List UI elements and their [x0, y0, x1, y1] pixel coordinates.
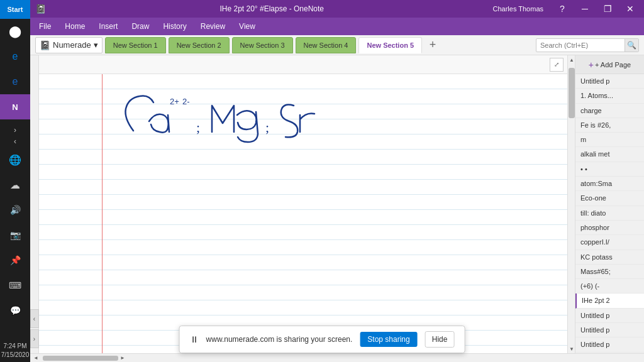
notebook-bar: 📓 Numerade ▾ New Section 1 New Section 2… [30, 35, 644, 55]
page-item-2[interactable]: charge [575, 104, 644, 118]
search-button[interactable]: 🔍 [625, 38, 638, 52]
expand-right-button[interactable]: › [30, 329, 39, 348]
menu-history[interactable]: History [157, 19, 192, 33]
tab-section-1[interactable]: New Section 1 [105, 37, 166, 53]
expand-canvas-button[interactable]: ⤢ [550, 58, 564, 72]
window-title: IHe 2pt 20° #Elapse - OneNote [51, 4, 493, 13]
margin-line [102, 74, 103, 353]
page-item-14[interactable]: (+6) (- [575, 279, 644, 293]
help-button[interactable]: ? [553, 0, 571, 18]
page-item-15[interactable]: IHe 2pt 2 [575, 293, 644, 308]
svg-text:2+: 2+ [170, 97, 179, 106]
page-item-16[interactable]: Untitled p [575, 309, 644, 323]
left-panel-collapse: ‹ › [30, 55, 39, 353]
scroll-up-arrow[interactable]: ▲ [568, 55, 575, 64]
main-window: 📓 IHe 2pt 20° #Elapse - OneNote Charles … [30, 0, 644, 362]
app-icon: 📓 [35, 4, 46, 14]
taskbar-icon-keyboard[interactable]: ⌨ [0, 273, 30, 298]
taskbar-icon-video[interactable]: 📷 [0, 222, 30, 248]
page-item-7[interactable]: atom:Sma [575, 177, 644, 191]
notebook-name-label: Numerade [53, 40, 91, 50]
taskbar-icon-pin[interactable]: 📌 [0, 248, 30, 273]
minimize-button[interactable]: ─ [576, 0, 594, 18]
current-date: 7/15/2020 [1, 351, 30, 359]
note-canvas: ⤢ 2+ 2- [39, 55, 567, 353]
page-item-5[interactable]: alkali met [575, 147, 644, 162]
start-label: Start [7, 6, 23, 13]
page-list: Untitled p 1. Atoms... charge Fe is #26,… [575, 74, 644, 353]
page-item-0[interactable]: Untitled p [575, 74, 644, 89]
title-bar: 📓 IHe 2pt 20° #Elapse - OneNote Charles … [30, 0, 644, 18]
pause-icon: ⏸ [190, 334, 199, 344]
page-item-8[interactable]: Eco-one [575, 191, 644, 206]
tab-section-2[interactable]: New Section 2 [169, 37, 230, 53]
taskbar-icon-chat[interactable]: 💬 [0, 298, 30, 323]
stop-sharing-button[interactable]: Stop sharing [360, 332, 417, 347]
page-item-13[interactable]: Mass#65; [575, 265, 644, 279]
tab-section-3[interactable]: New Section 3 [232, 37, 293, 53]
page-item-17[interactable]: Untitled p [575, 323, 644, 337]
canvas-toolbar: ⤢ [39, 55, 567, 74]
notebook-dropdown-icon: ▾ [94, 40, 98, 50]
taskbar-icon-cloud[interactable]: ☁ [0, 172, 30, 197]
page-item-3[interactable]: Fe is #26, [575, 118, 644, 133]
sharing-text: www.numerade.com is sharing your screen. [206, 335, 353, 344]
sharing-banner: ⏸ www.numerade.com is sharing your scree… [179, 326, 465, 353]
vertical-scrollbar[interactable]: ▲ ▼ [567, 55, 575, 353]
taskbar-nav-up[interactable]: › [14, 124, 16, 136]
restore-button[interactable]: ❐ [599, 0, 616, 18]
page-item-10[interactable]: phosphor [575, 221, 644, 235]
close-button[interactable]: ✕ [621, 0, 639, 18]
taskbar-icon-speaker[interactable]: 🔊 [0, 197, 30, 222]
note-area[interactable]: 2+ 2- ; ; [39, 74, 567, 353]
scrollbar-thumb[interactable] [569, 68, 575, 118]
right-panel: + + Add Page Untitled p 1. Atoms... char… [575, 55, 644, 353]
horizontal-scrollbar[interactable]: ◄ ► [30, 353, 644, 362]
hide-button[interactable]: Hide [425, 331, 455, 348]
svg-text:2-: 2- [182, 97, 190, 106]
tab-section-4[interactable]: New Section 4 [296, 37, 357, 53]
content-area: ‹ › ⤢ 2+ [30, 55, 644, 353]
user-name: Charles Thomas [493, 5, 544, 13]
scroll-down-arrow[interactable]: ▼ [568, 344, 575, 353]
menu-draw[interactable]: Draw [125, 19, 155, 33]
page-item-11[interactable]: copperI.I/ [575, 235, 644, 250]
collapse-left-button[interactable]: ‹ [30, 309, 39, 328]
taskbar-icon-circle[interactable]: ⬤ [0, 19, 30, 44]
svg-text:;: ; [196, 119, 200, 135]
add-page-label: + Add Page [595, 61, 631, 69]
svg-text:;: ; [265, 119, 269, 135]
notebook-selector[interactable]: 📓 Numerade ▾ [35, 37, 103, 53]
current-time: 7:24 PM [1, 342, 30, 351]
taskbar-nav-down[interactable]: ‹ [14, 136, 16, 147]
horiz-scrollbar-thumb[interactable] [43, 356, 118, 361]
taskbar: Start ⬤ e e N › ‹ 🌐 ☁ 🔊 📷 📌 ⌨ 💬 7:24 PM … [0, 0, 30, 362]
page-item-4[interactable]: m [575, 133, 644, 147]
taskbar-icon-globe[interactable]: 🌐 [0, 147, 30, 172]
handwriting-content: 2+ 2- ; ; [114, 87, 366, 164]
page-item-1[interactable]: 1. Atoms... [575, 89, 644, 103]
tab-section-5[interactable]: New Section 5 [358, 37, 422, 53]
page-item-6[interactable]: • • [575, 162, 644, 177]
time-display: 7:24 PM 7/15/2020 [0, 339, 30, 362]
search-input[interactable] [536, 41, 625, 49]
taskbar-icon-edge[interactable]: e [0, 44, 30, 69]
menu-view[interactable]: View [233, 19, 262, 33]
menu-file[interactable]: File [33, 19, 57, 33]
menu-bar: File Home Insert Draw History Review Vie… [30, 18, 644, 35]
scroll-right-arrow[interactable]: ► [118, 355, 127, 361]
menu-review[interactable]: Review [194, 19, 231, 33]
taskbar-icon-ie[interactable]: e [0, 69, 30, 94]
start-button[interactable]: Start [0, 0, 30, 19]
scroll-left-arrow[interactable]: ◄ [31, 355, 40, 361]
taskbar-icon-onenote[interactable]: N [0, 94, 30, 119]
page-item-9[interactable]: till: diato [575, 206, 644, 221]
menu-insert[interactable]: Insert [92, 19, 124, 33]
add-page-button[interactable]: + + Add Page [575, 55, 644, 74]
page-item-12[interactable]: KC potass [575, 250, 644, 265]
page-item-18[interactable]: Untitled p [575, 337, 644, 352]
search-box: 🔍 [536, 38, 639, 52]
add-section-button[interactable]: + [425, 37, 441, 53]
menu-home[interactable]: Home [58, 19, 91, 33]
add-page-icon: + [589, 60, 594, 70]
